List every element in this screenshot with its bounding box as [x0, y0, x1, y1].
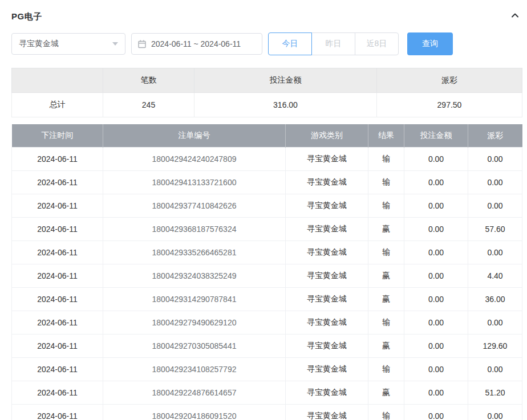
- cell-result: 输: [368, 171, 404, 194]
- cell-bet-time: 2024-06-11: [12, 405, 103, 420]
- table-row: 2024-06-11 1800429424240247809 寻宝黄金城 输 0…: [12, 148, 522, 171]
- cell-bet-id: 1800429234108257792: [103, 358, 286, 381]
- cell-payout: 4.40: [468, 264, 522, 288]
- cell-bet-amount: 0.00: [404, 288, 468, 311]
- cell-bet-amount: 0.00: [404, 311, 468, 335]
- header-result: 结果: [368, 124, 404, 148]
- game-select-value: 寻宝黄金城: [19, 39, 59, 49]
- cell-payout: 0.00: [468, 241, 522, 264]
- header-bet-time: 下注时间: [12, 124, 103, 148]
- cell-bet-time: 2024-06-11: [12, 148, 103, 171]
- cell-bet-amount: 0.00: [404, 218, 468, 241]
- cell-bet-amount: 0.00: [404, 405, 468, 420]
- table-row: 2024-06-11 1800429377410842626 寻宝黄金城 输 0…: [12, 194, 522, 218]
- cell-bet-time: 2024-06-11: [12, 218, 103, 241]
- cell-game-type: 寻宝黄金城: [286, 194, 368, 218]
- summary-header-bet-amount: 投注金额: [194, 68, 377, 93]
- table-row: 2024-06-11 1800429270305085441 寻宝黄金城 赢 0…: [12, 335, 522, 358]
- page-title: PG电子: [11, 11, 42, 22]
- cell-result: 赢: [368, 264, 404, 288]
- cell-game-type: 寻宝黄金城: [286, 381, 368, 405]
- table-row: 2024-06-11 1800429324038325249 寻宝黄金城 赢 0…: [12, 264, 522, 288]
- calendar-icon: [137, 39, 147, 48]
- quick-date-button-group: 今日 昨日 近8日: [268, 32, 399, 55]
- cell-bet-amount: 0.00: [404, 264, 468, 288]
- cell-payout: 36.00: [468, 288, 522, 311]
- table-row: 2024-06-11 1800429234108257792 寻宝黄金城 输 0…: [12, 358, 522, 381]
- cell-bet-time: 2024-06-11: [12, 194, 103, 218]
- chevron-down-icon: [112, 42, 118, 46]
- cell-result: 输: [368, 241, 404, 264]
- cell-bet-time: 2024-06-11: [12, 311, 103, 335]
- summary-header-count: 笔数: [103, 68, 194, 93]
- cell-payout: 51.20: [468, 381, 522, 405]
- bets-table: 下注时间 注单编号 游戏类别 结果 投注金额 派彩 2024-06-11 180…: [11, 124, 522, 420]
- cell-payout: 0.00: [468, 311, 522, 335]
- cell-bet-id: 1800429224876614657: [103, 381, 286, 405]
- chevron-up-icon: [510, 11, 520, 22]
- cell-result: 赢: [368, 218, 404, 241]
- quick-button-last-8-days[interactable]: 近8日: [355, 32, 399, 55]
- table-row: 2024-06-11 1800429279490629120 寻宝黄金城 输 0…: [12, 311, 522, 335]
- cell-result: 赢: [368, 335, 404, 358]
- header-bet-id: 注单编号: [103, 124, 286, 148]
- cell-bet-id: 1800429413133721600: [103, 171, 286, 194]
- filter-bar: 寻宝黄金城 2024-06-11 ~ 2024-06-11 今日 昨日 近8日 …: [11, 32, 522, 55]
- cell-game-type: 寻宝黄金城: [286, 311, 368, 335]
- cell-result: 赢: [368, 288, 404, 311]
- cell-bet-id: 1800429335266465281: [103, 241, 286, 264]
- cell-game-type: 寻宝黄金城: [286, 405, 368, 420]
- cell-bet-id: 1800429377410842626: [103, 194, 286, 218]
- summary-header-empty: [12, 68, 103, 93]
- summary-total-label: 总计: [12, 93, 103, 117]
- cell-result: 输: [368, 405, 404, 420]
- header-payout: 派彩: [468, 124, 522, 148]
- cell-bet-id: 1800429368187576324: [103, 218, 286, 241]
- cell-result: 赢: [368, 381, 404, 405]
- cell-result: 输: [368, 311, 404, 335]
- cell-bet-amount: 0.00: [404, 335, 468, 358]
- quick-button-today[interactable]: 今日: [268, 32, 312, 55]
- header-bet-amount: 投注金额: [404, 124, 468, 148]
- table-row: 2024-06-11 1800429368187576324 寻宝黄金城 赢 0…: [12, 218, 522, 241]
- summary-header-payout: 派彩: [377, 68, 522, 93]
- cell-payout: 129.60: [468, 335, 522, 358]
- table-row: 2024-06-11 1800429335266465281 寻宝黄金城 输 0…: [12, 241, 522, 264]
- bets-header-row: 下注时间 注单编号 游戏类别 结果 投注金额 派彩: [12, 124, 522, 148]
- cell-bet-id: 1800429204186091520: [103, 405, 286, 420]
- search-button[interactable]: 查询: [407, 32, 453, 55]
- cell-bet-amount: 0.00: [404, 241, 468, 264]
- quick-button-yesterday[interactable]: 昨日: [311, 32, 355, 55]
- cell-bet-amount: 0.00: [404, 358, 468, 381]
- cell-game-type: 寻宝黄金城: [286, 288, 368, 311]
- cell-result: 输: [368, 148, 404, 171]
- cell-game-type: 寻宝黄金城: [286, 358, 368, 381]
- summary-total-count: 245: [103, 93, 194, 117]
- summary-total-row: 总计 245 316.00 297.50: [12, 93, 522, 117]
- cell-payout: 0.00: [468, 405, 522, 420]
- cell-bet-amount: 0.00: [404, 171, 468, 194]
- cell-bet-time: 2024-06-11: [12, 335, 103, 358]
- cell-bet-amount: 0.00: [404, 148, 468, 171]
- cell-game-type: 寻宝黄金城: [286, 171, 368, 194]
- cell-result: 输: [368, 194, 404, 218]
- cell-bet-time: 2024-06-11: [12, 171, 103, 194]
- game-select[interactable]: 寻宝黄金城: [11, 33, 125, 55]
- table-row: 2024-06-11 1800429314290787841 寻宝黄金城 赢 0…: [12, 288, 522, 311]
- cell-bet-id: 1800429324038325249: [103, 264, 286, 288]
- collapse-button[interactable]: [510, 11, 522, 22]
- cell-payout: 0.00: [468, 358, 522, 381]
- cell-game-type: 寻宝黄金城: [286, 218, 368, 241]
- header-game-type: 游戏类别: [286, 124, 368, 148]
- cell-payout: 0.00: [468, 194, 522, 218]
- cell-bet-time: 2024-06-11: [12, 264, 103, 288]
- cell-bet-time: 2024-06-11: [12, 288, 103, 311]
- cell-bet-amount: 0.00: [404, 381, 468, 405]
- cell-bet-id: 1800429424240247809: [103, 148, 286, 171]
- cell-game-type: 寻宝黄金城: [286, 148, 368, 171]
- table-row: 2024-06-11 1800429413133721600 寻宝黄金城 输 0…: [12, 171, 522, 194]
- panel-header: PG电子: [11, 8, 522, 25]
- date-range-input[interactable]: 2024-06-11 ~ 2024-06-11: [131, 33, 262, 55]
- cell-game-type: 寻宝黄金城: [286, 264, 368, 288]
- summary-header-row: 笔数 投注金额 派彩: [12, 68, 522, 93]
